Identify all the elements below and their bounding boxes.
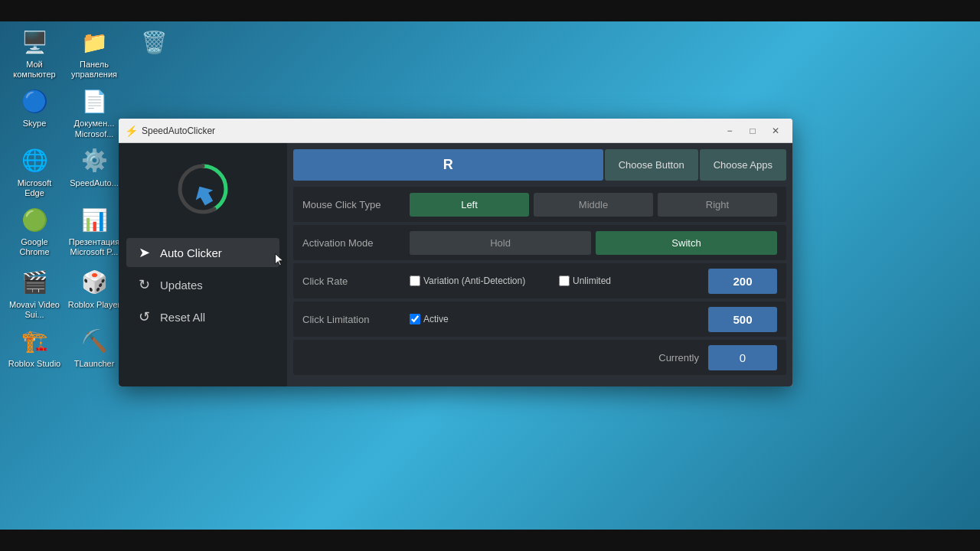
window-titlebar: ⚡ SpeedAutoClicker − □ ✕: [119, 119, 792, 143]
control-panel-icon: 📁: [79, 27, 109, 57]
window-body: ➤ Auto Clicker ↻ Updates ↺ Reset All: [119, 143, 792, 386]
activation-mode-row: Activation Mode Hold Switch: [293, 225, 786, 260]
chrome-icon: 🟢: [19, 204, 50, 235]
edge-label: Microsoft Edge: [8, 178, 61, 198]
app-icon: ⚡: [125, 125, 137, 137]
desktop-icon-edge[interactable]: 🌐 Microsoft Edge: [8, 145, 61, 198]
word-label: Докумен... Microsof...: [67, 119, 121, 139]
window-controls: − □ ✕: [719, 122, 786, 140]
click-rate-label: Click Rate: [302, 276, 410, 287]
mouse-click-type-label: Mouse Click Type: [302, 199, 410, 210]
click-rate-value[interactable]: 200: [708, 269, 777, 294]
top-row: R Choose Button Choose Apps: [287, 143, 792, 184]
window-title: SpeedAutoClicker: [142, 126, 719, 136]
desktop-icon-tlauncher[interactable]: ⛏️ TLauncher: [67, 326, 121, 369]
desktop-icon-ppt[interactable]: 📊 Презентация Microsoft P...: [67, 204, 121, 257]
desktop-icon-skype[interactable]: 🔵 Skype: [8, 86, 61, 139]
choose-button[interactable]: Choose Button: [605, 149, 698, 181]
click-limitation-value[interactable]: 500: [708, 307, 777, 332]
desktop-icon-recycle[interactable]: 🗑️: [127, 27, 181, 80]
updates-icon: ↻: [136, 276, 152, 293]
svg-marker-0: [191, 181, 217, 208]
click-limitation-controls: Active 500: [410, 307, 777, 332]
hold-button[interactable]: Hold: [410, 231, 591, 255]
maximize-button[interactable]: □: [742, 122, 763, 140]
speedauto-label: SpeedAuto...: [70, 178, 119, 188]
variation-group: Variation (Anti-Detection): [410, 276, 554, 286]
sidebar: ➤ Auto Clicker ↻ Updates ↺ Reset All: [119, 143, 287, 386]
mouse-click-type-row: Mouse Click Type Left Middle Right: [293, 187, 786, 222]
reset-all-label: Reset All: [160, 311, 205, 324]
click-limitation-label: Click Limitation: [302, 314, 410, 325]
unlimited-checkbox[interactable]: [559, 276, 570, 286]
choose-apps-button[interactable]: Choose Apps: [700, 149, 786, 181]
control-panel-label: Панель управления: [67, 60, 121, 80]
edge-icon: 🌐: [19, 145, 50, 176]
minimize-button[interactable]: −: [719, 122, 740, 140]
sidebar-item-reset-all[interactable]: ↺ Reset All: [126, 302, 279, 331]
desktop: 🖥️ Мой компьютер 📁 Панель управления 🗑️ …: [0, 0, 980, 551]
variation-checkbox[interactable]: [410, 276, 420, 286]
settings-area: Mouse Click Type Left Middle Right Activ…: [287, 184, 792, 386]
variation-label[interactable]: Variation (Anti-Detection): [410, 276, 525, 286]
sidebar-item-updates[interactable]: ↻ Updates: [126, 270, 279, 299]
ppt-label: Презентация Microsoft P...: [67, 237, 121, 257]
skype-label: Skype: [23, 119, 47, 129]
active-group: Active: [410, 314, 704, 324]
currently-row: Currently 0: [293, 340, 786, 375]
click-rate-controls: Variation (Anti-Detection) Unlimited 200: [410, 269, 777, 294]
roblox-studio-icon: 🏗️: [19, 326, 50, 357]
switch-button[interactable]: Switch: [596, 231, 777, 255]
roblox-player-label: Roblox Player: [68, 300, 120, 310]
active-checkbox[interactable]: [410, 314, 420, 324]
speedauto-icon: ⚙️: [79, 145, 109, 176]
movavi-icon: 🎬: [19, 267, 50, 298]
desktop-icon-chrome[interactable]: 🟢 Google Chrome: [8, 204, 61, 257]
currently-value: 0: [708, 345, 777, 370]
desktop-icon-word[interactable]: 📄 Докумен... Microsof...: [67, 86, 121, 139]
main-content: R Choose Button Choose Apps Mouse Click …: [287, 143, 792, 386]
mouse-middle-button[interactable]: Middle: [534, 193, 653, 217]
auto-clicker-label: Auto Clicker: [160, 246, 222, 259]
roblox-player-icon: 🎲: [79, 267, 109, 298]
hotkey-display[interactable]: R: [293, 149, 603, 181]
activation-mode-label: Activation Mode: [302, 237, 410, 249]
desktop-icon-roblox-player[interactable]: 🎲 Roblox Player: [67, 267, 121, 320]
logo-area: [172, 158, 234, 220]
movavi-label: Movavi Video Sui...: [8, 300, 61, 320]
click-limitation-row: Click Limitation Active 500: [293, 302, 786, 337]
skype-icon: 🔵: [19, 86, 50, 116]
desktop-icon-my-computer[interactable]: 🖥️ Мой компьютер: [8, 27, 61, 80]
mouse-click-type-controls: Left Middle Right: [410, 193, 777, 217]
desktop-icon-movavi[interactable]: 🎬 Movavi Video Sui...: [8, 267, 61, 320]
desktop-icon-roblox-studio[interactable]: 🏗️ Roblox Studio: [8, 326, 61, 369]
logo-circle: [172, 158, 234, 220]
chrome-label: Google Chrome: [8, 237, 61, 257]
active-label[interactable]: Active: [410, 314, 449, 324]
reset-icon: ↺: [136, 308, 152, 325]
currently-label: Currently: [302, 352, 708, 364]
click-rate-row: Click Rate Variation (Anti-Detection): [293, 263, 786, 298]
close-button[interactable]: ✕: [765, 122, 786, 140]
desktop-icon-speedauto[interactable]: ⚙️ SpeedAuto...: [67, 145, 121, 198]
ppt-icon: 📊: [79, 204, 109, 235]
recycle-icon: 🗑️: [139, 27, 169, 57]
auto-clicker-icon: ➤: [136, 244, 152, 261]
sidebar-nav: ➤ Auto Clicker ↻ Updates ↺ Reset All: [126, 238, 279, 331]
mouse-left-button[interactable]: Left: [410, 193, 529, 217]
mouse-right-button[interactable]: Right: [658, 193, 777, 217]
desktop-icon-control-panel[interactable]: 📁 Панель управления: [67, 27, 121, 80]
sidebar-item-auto-clicker[interactable]: ➤ Auto Clicker: [126, 238, 279, 267]
activation-mode-controls: Hold Switch: [410, 231, 777, 255]
my-computer-icon: 🖥️: [19, 27, 50, 57]
tlauncher-icon: ⛏️: [79, 326, 109, 357]
tlauncher-label: TLauncher: [74, 359, 115, 369]
unlimited-label[interactable]: Unlimited: [559, 276, 611, 286]
word-icon: 📄: [79, 86, 109, 116]
my-computer-label: Мой компьютер: [8, 60, 61, 80]
roblox-studio-label: Roblox Studio: [8, 359, 61, 369]
unlimited-group: Unlimited: [559, 276, 704, 286]
updates-label: Updates: [160, 279, 203, 292]
app-window: ⚡ SpeedAutoClicker − □ ✕: [119, 119, 792, 386]
